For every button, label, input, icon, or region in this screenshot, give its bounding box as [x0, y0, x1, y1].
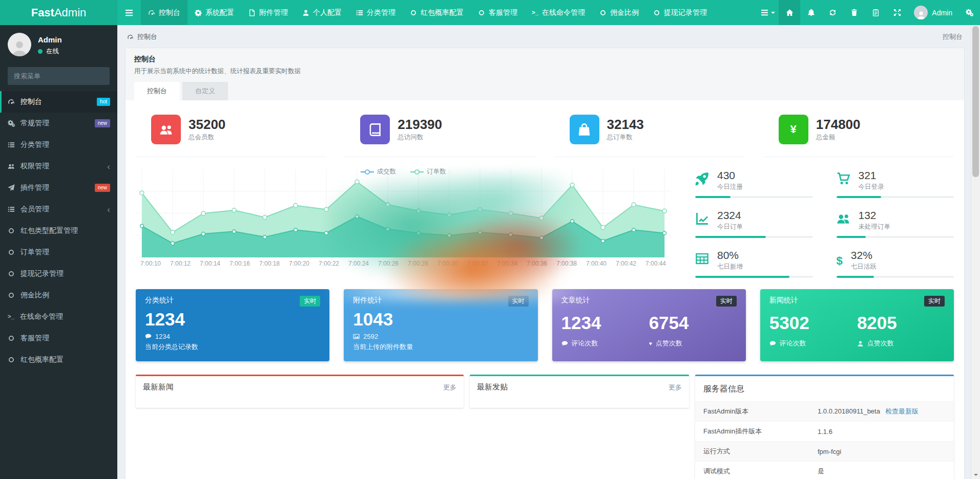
- avatar[interactable]: [8, 33, 31, 56]
- bell-icon: [807, 9, 815, 16]
- latest-posts-title: 最新发贴: [477, 382, 508, 392]
- comment-icon: [561, 340, 568, 347]
- file-icon: [248, 9, 256, 16]
- sidebar-toggle-button[interactable]: [117, 0, 141, 25]
- home-button[interactable]: [779, 0, 800, 25]
- sidebar-item[interactable]: 红包概率配置: [0, 349, 117, 371]
- scrollbar-down-arrow[interactable]: [971, 470, 980, 479]
- gauge-icon: [127, 34, 134, 40]
- tab-content: 35200 总会员数 219390 总访问数 32143 总订单数 ¥ 1748…: [126, 100, 964, 479]
- sidebar-item[interactable]: 红包类型配置管理: [0, 220, 117, 242]
- refresh-button[interactable]: [822, 0, 843, 25]
- sidebar-item[interactable]: 订单管理: [0, 242, 117, 263]
- search-input[interactable]: [8, 67, 110, 85]
- legend-marker-icon: [361, 169, 374, 175]
- top-menu-item[interactable]: 客服管理: [471, 0, 525, 25]
- gear-icon: [195, 9, 202, 16]
- logo-rest: Admin: [54, 6, 86, 19]
- app-logo[interactable]: FastAdmin: [0, 0, 117, 25]
- bars-icon: [761, 9, 768, 16]
- menu-badge: new: [95, 119, 110, 127]
- page-subtitle: 用于展示当前系统中的统计数据、统计报表及重要实时数据: [134, 67, 955, 76]
- sidebar-item[interactable]: 提现记录管理: [0, 263, 117, 285]
- list-icon: [8, 206, 15, 213]
- users-icon: [8, 163, 15, 170]
- admin-user-menu[interactable]: Admin: [908, 0, 958, 25]
- settings-button[interactable]: [958, 0, 980, 25]
- chart-area: 成交数 订单数 7:00:107:00:127:00:147:00:167:00…: [136, 169, 954, 278]
- menu-badge: new: [95, 184, 110, 192]
- sidebar-item[interactable]: 控制台hot: [0, 91, 117, 113]
- server-info-value: fpm-fcgi: [818, 448, 841, 455]
- server-info-table: FastAdmin版本 1.0.0.20180911_beta检查最新版 Fas…: [695, 401, 954, 479]
- top-menu-item[interactable]: 个人配置: [295, 0, 349, 25]
- breadcrumb-left[interactable]: 控制台: [127, 32, 157, 41]
- x-tick-label: 7:00:32: [463, 260, 492, 267]
- top-menu-item[interactable]: 控制台: [141, 0, 187, 25]
- tab-自定义[interactable]: 自定义: [182, 82, 228, 100]
- line-chart-svg: [136, 169, 671, 257]
- sidebar-item[interactable]: 佣金比例: [0, 285, 117, 306]
- server-info-label: 运行方式: [695, 442, 809, 462]
- posts-more-link[interactable]: 更多: [669, 383, 682, 392]
- stat-value: 174800: [816, 117, 861, 132]
- menu-list-button[interactable]: [757, 0, 779, 25]
- caret-down-icon: [771, 12, 775, 16]
- book-icon: [368, 123, 382, 137]
- top-menu-item[interactable]: >_在线命令管理: [525, 0, 592, 25]
- x-tick-label: 7:00:44: [641, 260, 671, 267]
- sidebar-item[interactable]: 常规管理new: [0, 113, 117, 134]
- legend-item[interactable]: 成交数: [361, 167, 397, 176]
- mini-stats: 430 今日注册 321 今日登录 2324 今日订单 132 未处理订单 80…: [671, 169, 954, 278]
- card-metric: 6754 ♥点赞次数: [649, 310, 737, 348]
- card-title: 文章统计: [561, 296, 590, 305]
- stats-row: 35200 总会员数 219390 总访问数 32143 总订单数 ¥ 1748…: [136, 113, 954, 157]
- bottom-row: 最新新闻 更多 最新发贴 更多 服务器信息: [136, 375, 954, 479]
- sidebar-item[interactable]: >_在线命令管理: [0, 306, 117, 328]
- comment-icon: [769, 340, 776, 347]
- top-menu-item[interactable]: 提现记录管理: [646, 0, 714, 25]
- clipboard-button[interactable]: [865, 0, 886, 25]
- top-menu-item[interactable]: 附件管理: [241, 0, 295, 25]
- stat-box: ¥ 174800 总金额: [763, 113, 954, 157]
- sidebar-item[interactable]: 分类管理: [0, 134, 117, 156]
- scrollbar[interactable]: [971, 25, 980, 479]
- mini-stat: 430 今日注册: [695, 169, 813, 198]
- top-menu-item[interactable]: 佣金比例: [592, 0, 646, 25]
- sidebar-item[interactable]: 权限管理‹: [0, 156, 117, 177]
- x-tick-label: 7:00:10: [136, 260, 165, 267]
- cogs-icon: [966, 9, 973, 16]
- expand-button[interactable]: [886, 0, 908, 25]
- rocket-icon: [695, 172, 709, 186]
- x-tick-label: 7:00:20: [284, 260, 314, 267]
- check-latest-link[interactable]: 检查最新版: [885, 407, 919, 415]
- stat-label: 总金额: [816, 133, 861, 142]
- server-info-label: FastAdmin插件版本: [695, 422, 809, 442]
- scrollbar-thumb[interactable]: [972, 26, 979, 177]
- top-menu-item[interactable]: 红包概率配置: [403, 0, 471, 25]
- news-more-link[interactable]: 更多: [443, 383, 456, 392]
- realtime-badge: 实时: [300, 296, 320, 307]
- mini-stat-label: 今日登录: [859, 183, 884, 191]
- tab-控制台[interactable]: 控制台: [134, 82, 180, 100]
- legend-item[interactable]: 订单数: [410, 167, 446, 176]
- sidebar-item[interactable]: 会员管理‹: [0, 199, 117, 220]
- card-metric: 5302 评论次数: [769, 310, 857, 348]
- bell-button[interactable]: [800, 0, 822, 25]
- breadcrumb: 控制台 控制台: [125, 25, 965, 48]
- expand-icon: [893, 9, 901, 16]
- top-menu-item[interactable]: 分类管理: [349, 0, 403, 25]
- dollar-icon: $: [837, 255, 843, 267]
- x-tick-label: 7:00:22: [314, 260, 344, 267]
- yen-icon: ¥: [790, 124, 797, 135]
- sidebar-item[interactable]: 插件管理new: [0, 177, 117, 199]
- card-value: 1234: [145, 310, 320, 329]
- user-name: Admin: [38, 35, 62, 44]
- sidebar-menu: 控制台hot常规管理new分类管理权限管理‹插件管理new会员管理‹红包类型配置…: [0, 91, 117, 371]
- plane-icon: [8, 184, 15, 191]
- top-menu-item[interactable]: 系统配置: [187, 0, 241, 25]
- card-metric-label: 评论次数: [572, 339, 598, 348]
- sidebar-item[interactable]: 客服管理: [0, 328, 117, 349]
- trash-button[interactable]: [843, 0, 865, 25]
- info-card: 新闻统计 实时 5302 评论次数 8205 点赞次数: [760, 289, 954, 361]
